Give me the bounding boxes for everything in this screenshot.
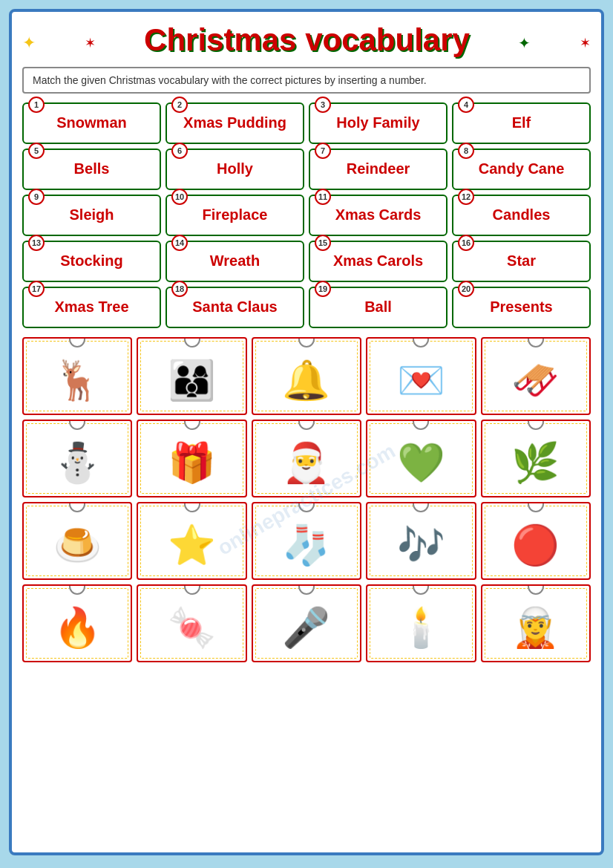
vocab-number: 20 — [458, 281, 474, 297]
picture-item: 🎁 — [137, 420, 246, 497]
vocab-item: 16 Star — [452, 241, 591, 282]
vocab-label: Xmas Carols — [318, 248, 439, 270]
answer-circle[interactable] — [413, 584, 429, 595]
vocab-item: 12 Candles — [452, 195, 591, 236]
vocab-item: 4 Elf — [452, 102, 591, 144]
picture-emoji: 🛷 — [511, 361, 560, 399]
picture-emoji: 🎶 — [397, 526, 445, 564]
vocab-number: 11 — [315, 189, 331, 205]
answer-circle[interactable] — [298, 337, 315, 347]
answer-circle[interactable] — [184, 502, 200, 512]
vocab-item: 19 Ball — [309, 287, 448, 328]
answer-circle[interactable] — [184, 420, 200, 430]
picture-item: 🧦 — [252, 502, 361, 580]
vocab-number: 12 — [458, 189, 474, 205]
picture-item: 🧝 — [481, 584, 591, 662]
answer-circle[interactable] — [528, 420, 544, 430]
answer-circle[interactable] — [528, 337, 544, 347]
pictures-section: onlinepractices.com 🦌 👨‍👩‍👦 🔔 💌 🛷 ⛄ 🎁 🎅 — [22, 337, 591, 662]
answer-circle[interactable] — [528, 584, 544, 595]
instructions-box: Match the given Christmas vocabulary wit… — [22, 67, 591, 94]
vocab-label: Stocking — [31, 248, 152, 270]
vocab-item: 3 Holy Family — [309, 102, 448, 144]
vocab-item: 15 Xmas Carols — [309, 241, 448, 282]
answer-circle[interactable] — [69, 337, 85, 347]
vocab-label: Holy Family — [318, 110, 439, 131]
answer-circle[interactable] — [528, 502, 544, 512]
vocab-item: 6 Holly — [165, 149, 304, 190]
vocab-number: 2 — [171, 97, 188, 113]
star-left-red: ✶ — [85, 35, 96, 51]
picture-item: 💌 — [366, 337, 476, 415]
vocab-number: 5 — [28, 143, 45, 159]
answer-circle[interactable] — [298, 502, 315, 512]
vocab-label: Reindeer — [318, 156, 439, 177]
picture-emoji: 🍮 — [53, 526, 102, 564]
vocab-label: Ball — [318, 294, 439, 316]
answer-circle[interactable] — [298, 584, 315, 595]
vocab-item: 20 Presents — [452, 287, 591, 328]
vocab-number: 16 — [458, 235, 474, 251]
vocab-label: Xmas Cards — [318, 202, 439, 223]
picture-emoji: 🧦 — [282, 526, 330, 564]
vocab-number: 6 — [171, 143, 188, 159]
answer-circle[interactable] — [184, 337, 200, 347]
vocab-label: Holly — [174, 156, 295, 177]
picture-emoji: 🔴 — [511, 526, 560, 564]
picture-item: 🍮 — [22, 502, 132, 580]
picture-emoji: ⛄ — [53, 443, 102, 482]
answer-circle[interactable] — [69, 584, 85, 595]
picture-emoji: 🌿 — [511, 443, 560, 482]
vocab-item: 17 Xmas Tree — [22, 287, 161, 328]
picture-item: ⭐ — [137, 502, 246, 580]
vocab-label: Wreath — [174, 248, 295, 270]
star-right-red: ✶ — [580, 35, 591, 51]
picture-emoji: 🧝 — [511, 608, 560, 647]
picture-item: 🛷 — [481, 337, 591, 415]
vocab-number: 13 — [28, 235, 45, 251]
vocab-number: 1 — [28, 97, 45, 113]
picture-item: 🍬 — [137, 584, 246, 662]
star-left-yellow: ✦ — [22, 33, 36, 53]
vocab-number: 8 — [458, 143, 474, 159]
answer-circle[interactable] — [413, 420, 429, 430]
picture-emoji: ⭐ — [168, 526, 216, 564]
vocab-label: Xmas Pudding — [174, 110, 295, 131]
picture-emoji: 🎤 — [282, 608, 330, 647]
title-decoration: ✦ ✶ Christmas vocabulary ✦ ✶ — [22, 22, 591, 64]
vocab-number: 10 — [171, 189, 188, 205]
vocab-label: Presents — [461, 294, 582, 316]
answer-circle[interactable] — [298, 420, 315, 430]
picture-item: 🦌 — [22, 337, 132, 415]
instructions-text: Match the given Christmas vocabulary wit… — [33, 74, 427, 86]
picture-emoji: 🦌 — [53, 361, 102, 399]
picture-item: 🔔 — [252, 337, 361, 415]
vocab-label: Candles — [461, 202, 582, 223]
vocab-label: Candy Cane — [461, 156, 582, 177]
answer-circle[interactable] — [413, 502, 429, 512]
vocab-item: 11 Xmas Cards — [309, 195, 448, 236]
page: ✦ ✶ Christmas vocabulary ✦ ✶ Match the g… — [9, 9, 604, 855]
picture-item: 🎅 — [252, 420, 361, 497]
answer-circle[interactable] — [69, 420, 85, 430]
vocab-label: Fireplace — [174, 202, 295, 223]
answer-circle[interactable] — [184, 584, 200, 595]
picture-item: 👨‍👩‍👦 — [137, 337, 246, 415]
picture-item: 💚 — [366, 420, 476, 497]
vocab-number: 7 — [315, 143, 331, 159]
vocab-item: 10 Fireplace — [165, 195, 304, 236]
picture-emoji: 🔥 — [53, 608, 102, 647]
vocab-number: 18 — [171, 281, 188, 297]
vocab-label: Bells — [31, 156, 152, 177]
vocab-number: 9 — [28, 189, 45, 205]
vocab-number: 14 — [171, 235, 188, 251]
picture-emoji: 👨‍👩‍👦 — [168, 361, 216, 399]
picture-emoji: 🎅 — [282, 443, 330, 482]
picture-item: 🔥 — [22, 584, 132, 662]
vocab-item: 2 Xmas Pudding — [165, 102, 304, 144]
vocab-label: Elf — [461, 110, 582, 131]
answer-circle[interactable] — [413, 337, 429, 347]
vocab-number: 3 — [315, 97, 331, 113]
answer-circle[interactable] — [69, 502, 85, 512]
vocab-item: 5 Bells — [22, 149, 161, 190]
